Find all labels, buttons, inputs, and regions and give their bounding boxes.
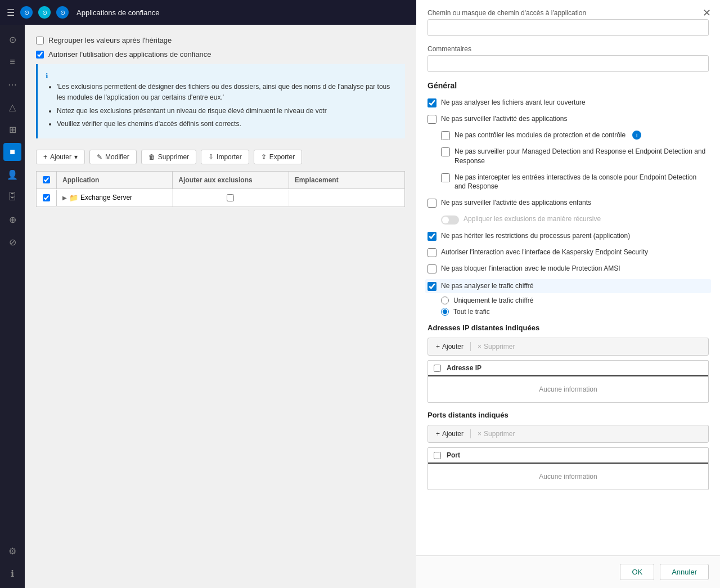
row-exclusion-checkbox[interactable] bbox=[227, 194, 234, 201]
allow-trusted-apps-label: Autoriser l'utilisation des applications… bbox=[48, 50, 211, 59]
import-icon: ⇩ bbox=[208, 153, 214, 161]
dialog-panel: ✕ Chemin ou masque de chemin d'accès à l… bbox=[416, 0, 720, 588]
info-icon: ℹ bbox=[46, 72, 48, 80]
sidebar-icon-dots[interactable]: ⋯ bbox=[3, 75, 21, 93]
ok-button[interactable]: OK bbox=[620, 564, 654, 580]
opt3-info-icon[interactable]: i bbox=[632, 131, 641, 140]
path-label: Chemin ou masque de chemin d'accès à l'a… bbox=[428, 9, 709, 17]
opt7-label: Appliquer les exclusions de manière récu… bbox=[464, 214, 601, 224]
import-button[interactable]: ⇩ Importer bbox=[201, 150, 249, 164]
close-button[interactable]: ✕ bbox=[703, 7, 711, 19]
app-name: Exchange Server bbox=[80, 194, 132, 201]
opt8-label: Ne pas hériter les restrictions du proce… bbox=[441, 231, 630, 241]
ports-select-all[interactable] bbox=[434, 452, 441, 459]
add-icon: + bbox=[43, 153, 47, 161]
sidebar: ⊙ ≡ ⋯ △ ⊞ ■ 👤 🗄 ⊕ ⊘ ⚙ ℹ bbox=[0, 25, 25, 588]
opt1-label: Ne pas analyser les fichiers avant leur … bbox=[441, 98, 586, 107]
option-row-6: Ne pas surveiller l'activité des applica… bbox=[428, 197, 709, 209]
option-row-7: Appliquer les exclusions de manière récu… bbox=[441, 213, 709, 226]
allow-trusted-apps-checkbox[interactable] bbox=[36, 51, 44, 59]
ip-delete-button[interactable]: × Supprimer bbox=[475, 342, 517, 352]
opt6-checkbox[interactable] bbox=[428, 199, 436, 208]
sidebar-icon-alert[interactable]: △ bbox=[3, 98, 21, 116]
export-icon: ⇪ bbox=[261, 153, 267, 161]
page-title: Applications de confiance bbox=[76, 8, 159, 17]
ports-delete-icon: × bbox=[478, 430, 482, 438]
opt5-checkbox[interactable] bbox=[441, 173, 450, 182]
add-label: Ajouter bbox=[50, 153, 71, 161]
opt2-checkbox[interactable] bbox=[428, 115, 436, 124]
group-values-checkbox[interactable] bbox=[36, 37, 44, 44]
ip-add-label: Ajouter bbox=[442, 343, 464, 351]
expand-icon[interactable]: ▶ bbox=[62, 195, 67, 201]
opt10-checkbox[interactable] bbox=[428, 264, 436, 273]
sidebar-icon-home[interactable]: ⊙ bbox=[3, 30, 21, 48]
ports-add-button[interactable]: + Ajouter bbox=[434, 429, 466, 439]
radio-row-1: Uniquement le trafic chiffré bbox=[441, 297, 709, 304]
folder-icon: 📁 bbox=[69, 194, 78, 202]
sidebar-icon-list[interactable]: ≡ bbox=[3, 53, 21, 71]
opt9-checkbox[interactable] bbox=[428, 248, 436, 257]
sidebar-icon-wrench[interactable]: ⚙ bbox=[3, 542, 21, 560]
sidebar-icon-shield[interactable]: ⊕ bbox=[3, 210, 21, 228]
table-row[interactable]: ▶ 📁 Exchange Server bbox=[37, 189, 404, 207]
ip-table-header: Adresse IP bbox=[428, 361, 708, 376]
row-checkbox[interactable] bbox=[43, 194, 50, 201]
delete-label: Supprimer bbox=[158, 153, 189, 161]
ip-delete-label: Supprimer bbox=[484, 343, 515, 351]
export-button[interactable]: ⇪ Exporter bbox=[254, 150, 302, 164]
delete-button[interactable]: 🗑 Supprimer bbox=[141, 150, 196, 164]
ip-table: Adresse IP Aucune information bbox=[428, 360, 709, 403]
opt7-toggle[interactable] bbox=[441, 216, 459, 225]
hamburger-icon[interactable]: ☰ bbox=[7, 7, 15, 18]
dialog-header: ✕ bbox=[416, 0, 720, 9]
radio-encrypted-only[interactable] bbox=[441, 297, 449, 304]
apps-table: Application Ajouter aux exclusions Empla… bbox=[36, 171, 405, 207]
ip-section-title: Adresses IP distantes indiquées bbox=[428, 324, 709, 332]
add-button[interactable]: + Ajouter ▾ bbox=[36, 150, 85, 164]
comments-label: Commentaires bbox=[428, 45, 709, 53]
opt4-checkbox[interactable] bbox=[441, 147, 450, 156]
table-toolbar: + Ajouter ▾ ✎ Modifier 🗑 Supprimer ⇩ Imp… bbox=[36, 150, 405, 164]
ip-toolbar: + Ajouter × Supprimer bbox=[428, 338, 709, 356]
modify-button[interactable]: ✎ Modifier bbox=[89, 150, 137, 164]
row-exclusions bbox=[173, 190, 289, 206]
sidebar-icon-layers[interactable]: ⊘ bbox=[3, 233, 21, 251]
opt11-checkbox[interactable] bbox=[428, 282, 436, 291]
export-label: Exporter bbox=[269, 153, 295, 161]
opt5-label: Ne pas intercepter les entrées interacti… bbox=[454, 173, 709, 192]
sidebar-icon-info[interactable]: ℹ bbox=[3, 564, 21, 582]
cancel-button[interactable]: Annuler bbox=[660, 564, 709, 580]
path-input[interactable] bbox=[428, 19, 709, 36]
modify-icon: ✎ bbox=[97, 153, 102, 161]
radio-all-traffic-label: Tout le trafic bbox=[453, 308, 490, 316]
ports-section-title: Ports distants indiqués bbox=[428, 411, 709, 419]
option-row-3: Ne pas contrôler les modules de protecti… bbox=[441, 129, 709, 141]
col-header-exclusions: Ajouter aux exclusions bbox=[173, 172, 289, 188]
ip-add-button[interactable]: + Ajouter bbox=[434, 342, 466, 352]
ip-select-all[interactable] bbox=[434, 365, 441, 372]
opt9-label: Autoriser l'interaction avec l'interface… bbox=[441, 248, 648, 257]
opt3-checkbox[interactable] bbox=[441, 131, 450, 140]
ports-delete-button[interactable]: × Supprimer bbox=[475, 429, 517, 439]
comments-input[interactable] bbox=[428, 55, 709, 72]
option-row-9: Autoriser l'interaction avec l'interface… bbox=[428, 246, 709, 258]
sidebar-icon-active[interactable]: ■ bbox=[3, 143, 21, 161]
sidebar-icon-user[interactable]: 👤 bbox=[3, 165, 21, 183]
general-section-title: Général bbox=[428, 81, 709, 90]
ip-col-header: Adresse IP bbox=[447, 364, 482, 372]
sidebar-icon-db[interactable]: 🗄 bbox=[3, 188, 21, 206]
opt8-checkbox[interactable] bbox=[428, 232, 436, 241]
opt1-checkbox[interactable] bbox=[428, 98, 436, 107]
table-header-row: Application Ajouter aux exclusions Empla… bbox=[37, 172, 404, 189]
info-box: ℹ 'Les exclusions permettent de désigner… bbox=[36, 64, 405, 138]
opt3-label: Ne pas contrôler les modules de protecti… bbox=[454, 131, 626, 140]
option-row-8: Ne pas hériter les restrictions du proce… bbox=[428, 230, 709, 242]
radio-all-traffic[interactable] bbox=[441, 308, 449, 316]
col-header-location: Emplacement bbox=[289, 172, 404, 188]
ports-table-header: Port bbox=[428, 448, 708, 464]
sidebar-icon-table[interactable]: ⊞ bbox=[3, 120, 21, 138]
option-row-1: Ne pas analyser les fichiers avant leur … bbox=[428, 97, 709, 109]
select-all-checkbox[interactable] bbox=[43, 176, 50, 183]
option-row-5: Ne pas intercepter les entrées interacti… bbox=[441, 172, 709, 193]
